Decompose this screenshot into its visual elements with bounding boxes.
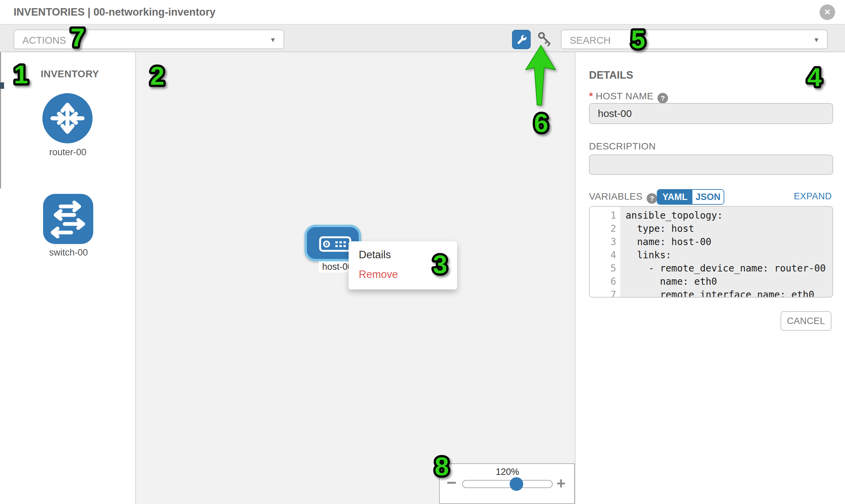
key-button[interactable]	[537, 31, 553, 48]
hostname-input[interactable]	[589, 103, 833, 124]
palette-item-switch[interactable]	[43, 194, 93, 244]
tab-yaml[interactable]: YAML	[657, 190, 692, 204]
variables-field-row: VARIABLES? YAML JSON EXPAND	[589, 191, 833, 208]
switch-icon	[43, 194, 93, 244]
zoom-slider-track[interactable]	[462, 480, 553, 488]
code-line: 3 name: host-00	[590, 235, 833, 249]
description-input[interactable]	[589, 155, 833, 175]
expand-link[interactable]: EXPAND	[794, 191, 832, 202]
header-bar: INVENTORIES | 00-networking-inventory ×	[0, 0, 845, 24]
close-icon[interactable]: ×	[820, 4, 835, 20]
search-dropdown-label: SEARCH	[570, 35, 611, 46]
key-icon	[537, 31, 553, 48]
code-line: 1ansible_topology:	[590, 209, 833, 222]
host-server-icon	[319, 236, 351, 252]
details-panel-title: DETAILS	[589, 69, 633, 82]
cancel-button[interactable]: CANCEL	[780, 311, 831, 331]
zoom-in-button[interactable]: +	[557, 474, 566, 492]
tab-json[interactable]: JSON	[692, 190, 724, 204]
context-menu-details[interactable]: Details	[359, 249, 391, 261]
context-menu-remove[interactable]: Remove	[359, 268, 398, 281]
inventory-sidebar: INVENTORY router-00	[0, 52, 136, 504]
variables-code-editor[interactable]: 1ansible_topology: 2 type: host 3 name: …	[589, 206, 833, 298]
required-asterisk: *	[589, 90, 593, 101]
wrench-icon	[516, 34, 528, 46]
actions-dropdown[interactable]: ACTIONS ▼	[14, 30, 284, 49]
zoom-control-panel: 120% − +	[439, 463, 575, 504]
chevron-down-icon: ▼	[269, 36, 276, 44]
code-line: 2 type: host	[590, 222, 833, 235]
toolbar: ACTIONS ▼ SEARCH ▼	[0, 24, 845, 52]
code-line: 4 links:	[590, 249, 833, 262]
page-title: INVENTORIES | 00-networking-inventory	[14, 6, 215, 18]
hostname-field-row: *HOST NAME?	[589, 90, 668, 103]
chevron-down-icon: ▼	[813, 36, 820, 44]
actions-dropdown-label: ACTIONS	[22, 35, 66, 46]
help-icon[interactable]: ?	[647, 193, 657, 204]
palette-item-router-label: router-00	[17, 147, 119, 158]
zoom-slider-thumb[interactable]	[510, 477, 523, 491]
variables-label: VARIABLES	[589, 191, 642, 202]
router-icon	[42, 93, 92, 143]
description-label: DESCRIPTION	[589, 141, 656, 152]
node-context-menu: Details Remove	[349, 241, 457, 289]
zoom-out-button[interactable]: −	[446, 473, 456, 492]
topology-canvas[interactable]: host-00 Details Remove 120% − +	[136, 52, 575, 504]
palette-item-router[interactable]	[42, 93, 92, 143]
sidebar-heading: INVENTORY	[41, 69, 99, 80]
hostname-label: HOST NAME	[596, 91, 653, 101]
sidebar-scrollbar-thumb[interactable]	[0, 83, 4, 89]
code-line: 6 name: eth0	[590, 275, 833, 288]
zoom-level-value: 120%	[462, 467, 553, 477]
help-icon[interactable]: ?	[657, 93, 668, 103]
variables-format-toggle: YAML JSON	[657, 189, 724, 205]
details-panel: DETAILS *HOST NAME? DESCRIPTION VARIABLE…	[575, 52, 845, 504]
search-dropdown[interactable]: SEARCH ▼	[561, 30, 828, 49]
sidebar-scrollbar[interactable]	[0, 52, 1, 188]
tools-button[interactable]	[512, 30, 531, 49]
code-line: 5 - remote_device_name: router-00	[590, 262, 833, 275]
palette-item-switch-label: switch-00	[18, 248, 119, 258]
code-line: 7 remote_interface_name: eth0	[590, 288, 833, 298]
